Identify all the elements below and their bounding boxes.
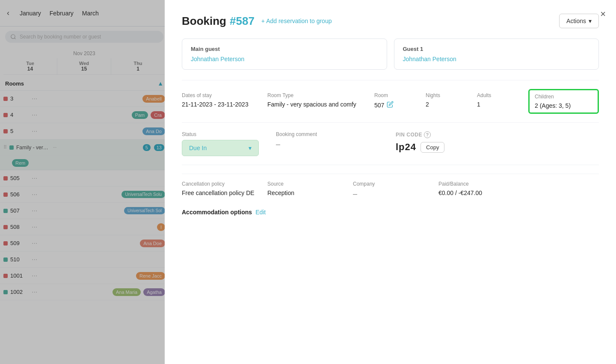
company-value: –: [353, 189, 432, 198]
paid-balance-label: Paid/Balance: [438, 181, 592, 187]
copy-button[interactable]: Copy: [421, 142, 444, 153]
children-label: Children: [535, 94, 592, 100]
actions-button[interactable]: Actions ▾: [559, 14, 599, 28]
paid-balance-value: €0.00 / -€247.00: [438, 189, 592, 196]
source-label: Source: [267, 181, 346, 187]
adults-col: Adults 1: [477, 89, 528, 114]
guest1-name[interactable]: Johnathan Peterson: [403, 56, 590, 62]
source-value: Reception: [267, 189, 346, 196]
room-value: 507: [374, 102, 384, 109]
booking-number: #587: [230, 15, 255, 28]
booking-heading: Booking: [182, 15, 226, 28]
comment-value: –: [276, 140, 396, 149]
pin-col: PIN CODE ? lp24 Copy: [396, 131, 599, 153]
room-label: Room: [374, 92, 419, 98]
comment-label: Booking comment: [276, 131, 396, 137]
dates-label: Dates of stay: [182, 92, 261, 98]
bottom-grid: Cancellation policy Free cancellation po…: [182, 174, 599, 198]
paid-balance-col: Paid/Balance €0.00 / -€247.00: [438, 181, 599, 198]
main-guest-name[interactable]: Johnathan Peterson: [191, 56, 378, 62]
status-chevron-icon: ▾: [249, 145, 252, 151]
guest-cards: Main guest Johnathan Peterson Guest 1 Jo…: [182, 38, 599, 70]
adults-label: Adults: [477, 92, 521, 98]
cancellation-value: Free cancellation policy DE: [182, 189, 261, 196]
cancellation-col: Cancellation policy Free cancellation po…: [182, 181, 267, 198]
accommodation-label: Accommodation options: [182, 209, 252, 216]
room-edit-button[interactable]: [387, 101, 394, 109]
room-type-label: Room Type: [267, 92, 367, 98]
guest1-label: Guest 1: [403, 46, 590, 52]
status-value: Due In: [189, 145, 207, 151]
status-label: Status: [182, 131, 276, 137]
close-button[interactable]: ×: [600, 9, 606, 20]
main-guest-card: Main guest Johnathan Peterson: [182, 38, 387, 70]
children-value: 2 (Ages: 3, 5): [535, 102, 592, 109]
adults-value: 1: [477, 101, 521, 108]
pin-value: lp24: [396, 142, 416, 153]
company-col: Company –: [353, 181, 438, 198]
info-icon: ?: [424, 131, 431, 138]
comment-col: Booking comment –: [276, 131, 396, 149]
pin-value-row: lp24 Copy: [396, 142, 599, 153]
pencil-icon: [387, 101, 394, 108]
accommodation-edit-link[interactable]: Edit: [255, 209, 266, 216]
nights-col: Nights 2: [426, 89, 477, 114]
pin-label: PIN CODE ?: [396, 131, 599, 138]
main-guest-label: Main guest: [191, 46, 378, 52]
booking-title-row: Booking #587 + Add reservation to group …: [182, 14, 599, 28]
divider-3: [182, 165, 599, 165]
divider-2: [182, 122, 599, 123]
room-value-row: 507: [374, 101, 419, 109]
company-label: Company: [353, 181, 432, 187]
status-col: Status Due In ▾: [182, 131, 276, 156]
divider-1: [182, 80, 599, 80]
chevron-down-icon: ▾: [589, 18, 592, 24]
cancellation-label: Cancellation policy: [182, 181, 261, 187]
details-grid: Dates of stay 21-11-2023 - 23-11-2023 Ro…: [182, 89, 599, 114]
status-row: Status Due In ▾ Booking comment – PIN CO…: [182, 131, 599, 156]
booking-panel: × Booking #587 + Add reservation to grou…: [165, 0, 616, 364]
nights-label: Nights: [426, 92, 470, 98]
nights-value: 2: [426, 101, 470, 108]
add-group-link[interactable]: + Add reservation to group: [261, 18, 332, 24]
source-col: Source Reception: [267, 181, 353, 198]
accommodation-row: Accommodation options Edit: [182, 209, 599, 216]
dates-value: 21-11-2023 - 23-11-2023: [182, 101, 261, 108]
room-col: Room 507: [374, 89, 426, 114]
guest1-card: Guest 1 Johnathan Peterson: [394, 38, 599, 70]
room-type-col: Room Type Family - very spacious and com…: [267, 89, 374, 114]
status-dropdown[interactable]: Due In ▾: [182, 140, 259, 156]
dates-col: Dates of stay 21-11-2023 - 23-11-2023: [182, 89, 267, 114]
children-col: Children 2 (Ages: 3, 5): [528, 89, 599, 114]
room-type-value: Family - very spacious and comfy: [267, 101, 367, 108]
